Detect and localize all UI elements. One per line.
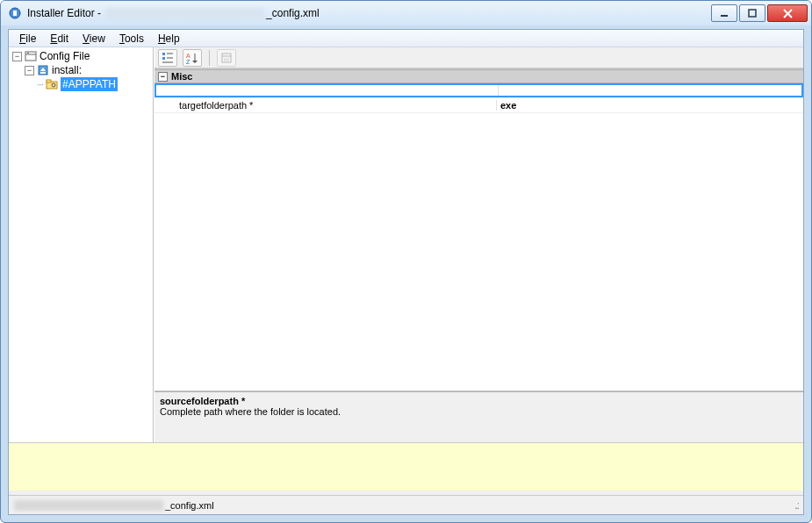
- title-path-blur: [106, 8, 264, 19]
- folder-key-icon: [46, 78, 58, 90]
- maximize-button[interactable]: [739, 4, 765, 22]
- svg-text:A: A: [186, 53, 190, 59]
- prop-name: sourcefolderpath *: [156, 85, 499, 96]
- svg-rect-13: [47, 80, 51, 82]
- property-pane: AZ − Misc sourcefolderpath *: [154, 47, 803, 442]
- prop-value[interactable]: exe: [497, 100, 803, 111]
- svg-rect-1: [13, 11, 17, 16]
- prop-value[interactable]: #APPPATH: [499, 85, 801, 96]
- propgrid-toolbar: AZ: [154, 47, 803, 68]
- tree-pane[interactable]: − Config File −: [9, 47, 154, 442]
- alpha-sort-button[interactable]: AZ: [183, 49, 202, 67]
- app-window: Installer Editor - _config.xml File Edit…: [0, 0, 812, 523]
- tree-root-label: Config File: [40, 49, 90, 63]
- prop-name: targetfolderpath *: [154, 100, 497, 111]
- expand-icon[interactable]: −: [12, 52, 22, 61]
- svg-marker-23: [192, 61, 198, 63]
- status-filename: _config.xml: [165, 500, 214, 511]
- collapse-icon[interactable]: −: [158, 72, 168, 82]
- toolbar-separator: [209, 50, 210, 66]
- desc-prop-text: Complete path where the folder is locate…: [160, 406, 798, 417]
- menu-edit[interactable]: Edit: [43, 32, 75, 46]
- svg-rect-3: [749, 10, 756, 17]
- tree-apppath-label: #APPPATH: [61, 77, 118, 91]
- menu-tools[interactable]: Tools: [112, 32, 151, 46]
- desc-prop-name: sourcefolderpath *: [160, 396, 798, 406]
- svg-rect-11: [40, 72, 46, 74]
- tree-root-row[interactable]: − Config File: [12, 49, 151, 63]
- resize-grip-icon[interactable]: ..:: [794, 499, 798, 512]
- property-grid[interactable]: − Misc sourcefolderpath * #APPPATH targe…: [154, 68, 803, 391]
- app-icon: [8, 6, 22, 20]
- tree-install-row[interactable]: − install:: [25, 63, 151, 77]
- config-icon: [25, 50, 37, 62]
- status-path-blur: [14, 500, 163, 511]
- categorized-button[interactable]: [158, 49, 177, 67]
- property-pages-button[interactable]: [217, 49, 236, 67]
- propgrid-category-label: Misc: [171, 71, 192, 82]
- svg-rect-8: [27, 53, 29, 54]
- window-title-prefix: Installer Editor -: [27, 7, 101, 19]
- client-area: File Edit View Tools Help −: [8, 29, 804, 515]
- statusbar: _config.xml ..:: [9, 495, 803, 514]
- split-row: − Config File −: [9, 47, 803, 442]
- install-icon: [37, 64, 49, 76]
- titlebar[interactable]: Installer Editor - _config.xml: [1, 1, 811, 25]
- tree-apppath-row[interactable]: ··· #APPPATH: [37, 77, 151, 91]
- menu-view[interactable]: View: [75, 32, 112, 46]
- menubar: File Edit View Tools Help: [9, 30, 803, 47]
- svg-rect-16: [162, 57, 165, 60]
- window-buttons: [709, 4, 808, 22]
- propgrid-row[interactable]: sourcefolderpath * #APPPATH: [154, 83, 803, 98]
- expand-icon[interactable]: −: [25, 66, 34, 75]
- propgrid-category[interactable]: − Misc: [154, 69, 803, 83]
- propgrid-description: sourcefolderpath * Complete path where t…: [154, 391, 803, 442]
- svg-rect-15: [162, 53, 165, 55]
- svg-text:Z: Z: [186, 59, 190, 64]
- menu-file[interactable]: File: [12, 32, 43, 46]
- workarea: − Config File −: [9, 47, 803, 491]
- minimize-button[interactable]: [711, 4, 737, 22]
- output-panel[interactable]: [9, 442, 803, 491]
- close-button[interactable]: [767, 4, 808, 22]
- propgrid-row[interactable]: targetfolderpath * exe: [154, 98, 803, 113]
- tree-leaf-dots: ···: [37, 77, 43, 91]
- tree-install-label: install:: [52, 63, 82, 77]
- window-title-suffix: _config.xml: [266, 7, 320, 19]
- menu-help[interactable]: Help: [151, 32, 187, 46]
- svg-rect-6: [25, 52, 36, 61]
